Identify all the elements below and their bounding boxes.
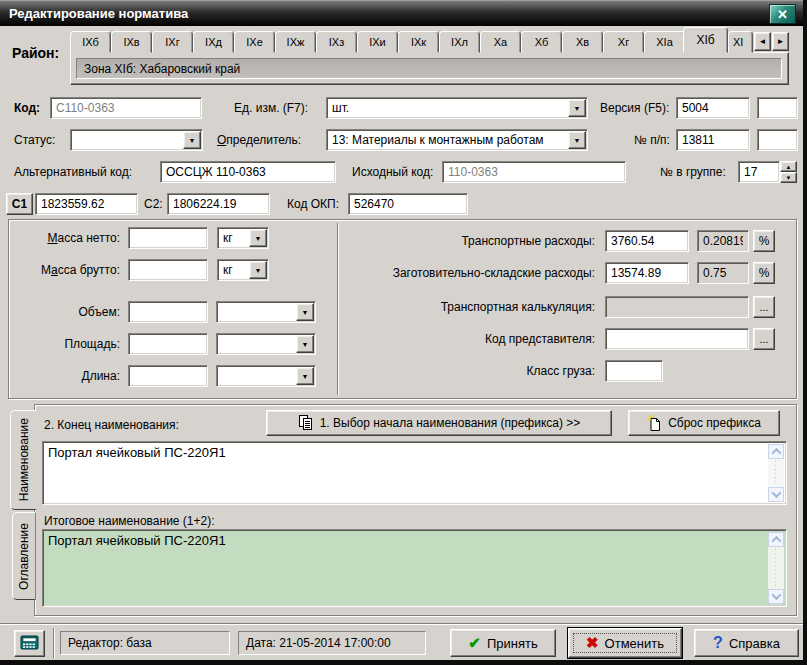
chevron-up-icon: [771, 448, 781, 458]
determiner-combobox[interactable]: 13: Материалы к монтажным работам ▼: [326, 129, 588, 151]
name-end-textarea[interactable]: Портал ячейковый ПС-220Я1: [42, 441, 787, 505]
source-code-field[interactable]: [442, 161, 626, 183]
district-tab[interactable]: IXб: [70, 31, 111, 53]
district-tab[interactable]: IXд: [193, 31, 234, 53]
mass-gross-unit-combobox[interactable]: кг ▼: [217, 259, 269, 281]
okp-label: Код ОКП:: [287, 197, 339, 211]
okp-field[interactable]: [348, 193, 468, 215]
mass-net-unit-dropdown-button[interactable]: ▼: [249, 229, 267, 247]
alt-code-field[interactable]: [160, 161, 336, 183]
status-dropdown-button[interactable]: ▼: [183, 131, 201, 149]
mass-net-field[interactable]: [128, 227, 208, 249]
scrollbar-track: [775, 549, 776, 587]
area-field[interactable]: [128, 333, 208, 355]
total-name-textarea[interactable]: Портал ячейковый ПС-220Я1: [42, 529, 787, 607]
scroll-up-button[interactable]: [768, 532, 784, 547]
c1-field[interactable]: [35, 193, 138, 215]
district-tab[interactable]: Xб: [521, 31, 562, 53]
calc-label: Транспортная калькуляция:: [340, 300, 595, 314]
chevron-down-icon: ▼: [255, 235, 262, 242]
transport-percent-button[interactable]: %: [753, 230, 775, 252]
scrollbar[interactable]: [768, 444, 784, 502]
cancel-button[interactable]: ✖ Отменить: [568, 628, 682, 658]
determiner-dropdown-button[interactable]: ▼: [568, 131, 586, 149]
mass-net-label: Масса нетто:: [14, 231, 120, 245]
c2-field[interactable]: [167, 193, 270, 215]
warehouse-percent-button[interactable]: %: [753, 262, 775, 284]
help-button[interactable]: ? Справка: [694, 629, 799, 657]
tab-scroll-right-button[interactable]: ►: [772, 32, 789, 51]
volume-unit-dropdown-button[interactable]: ▼: [296, 303, 314, 321]
district-tab[interactable]: IXг: [152, 31, 193, 53]
version-field[interactable]: [676, 97, 750, 119]
calculator-icon: [20, 635, 40, 653]
accept-button[interactable]: ✔ Принять: [450, 629, 556, 657]
district-tab[interactable]: XIа: [644, 31, 685, 53]
district-tab[interactable]: Xа: [480, 31, 521, 53]
cargo-class-field[interactable]: [605, 360, 663, 382]
district-tab[interactable]: IXк: [398, 31, 439, 53]
transport-field[interactable]: [605, 230, 689, 252]
spin-down-icon: ▼: [786, 175, 792, 181]
unit-dropdown-button[interactable]: ▼: [568, 99, 586, 117]
district-tab[interactable]: IXе: [234, 31, 275, 53]
total-name-label: Итоговое наименование (1+2):: [44, 514, 215, 528]
district-tab-selected[interactable]: XIб: [683, 27, 728, 53]
warehouse-field[interactable]: [605, 262, 689, 284]
group-num-field[interactable]: [738, 161, 780, 183]
length-field[interactable]: [128, 365, 208, 387]
scroll-down-button[interactable]: [768, 589, 784, 604]
scrollbar[interactable]: [768, 532, 784, 604]
chevron-down-icon: ▼: [302, 373, 309, 380]
cargo-class-label: Класс груза:: [340, 364, 595, 378]
volume-field[interactable]: [128, 301, 208, 323]
group-num-spin-up-button[interactable]: ▲: [780, 161, 797, 172]
prefix-reset-button[interactable]: Сброс префикса: [628, 410, 780, 436]
district-tab[interactable]: IXж: [275, 31, 316, 53]
length-unit-combobox[interactable]: ▼: [216, 365, 316, 387]
length-unit-dropdown-button[interactable]: ▼: [296, 367, 314, 385]
version-extra-field[interactable]: [757, 97, 798, 119]
npp-field[interactable]: [676, 129, 750, 151]
district-tab[interactable]: IXв: [111, 31, 152, 53]
code-field[interactable]: [50, 97, 202, 119]
scrollbar-track: [775, 461, 776, 485]
tab-contents[interactable]: Оглавление: [12, 512, 36, 600]
npp-label: № п/п:: [634, 133, 670, 147]
chevron-down-icon: ▼: [574, 105, 581, 112]
district-tab[interactable]: IXи: [357, 31, 398, 53]
group-num-spin-down-button[interactable]: ▼: [780, 172, 797, 183]
volume-unit-combobox[interactable]: ▼: [216, 301, 316, 323]
district-tab[interactable]: IXз: [316, 31, 357, 53]
chevron-down-icon: [771, 590, 781, 600]
mass-net-unit-combobox[interactable]: кг ▼: [217, 227, 269, 249]
area-unit-dropdown-button[interactable]: ▼: [296, 335, 314, 353]
calculator-button[interactable]: [14, 630, 45, 657]
dialog-edit-norm: Редактирование норматива ✕ Район: IXб IX…: [0, 0, 807, 665]
representative-browse-button[interactable]: ...: [753, 328, 775, 350]
chevron-up-icon: [771, 536, 781, 546]
prefix-select-button[interactable]: 1. Выбор начала наименования (префикса) …: [266, 410, 612, 436]
spin-up-icon: ▲: [786, 164, 792, 170]
scroll-up-button[interactable]: [768, 444, 784, 459]
close-button[interactable]: ✕: [769, 4, 796, 24]
mass-gross-field[interactable]: [128, 259, 208, 281]
district-label: Район:: [12, 45, 59, 61]
representative-field[interactable]: [605, 328, 749, 350]
npp-extra-field[interactable]: [757, 129, 798, 151]
unit-label: Ед. изм. (F7):: [234, 101, 308, 115]
district-tab[interactable]: IXл: [439, 31, 480, 53]
district-tab[interactable]: XI: [728, 31, 753, 53]
unit-value: шт.: [332, 101, 567, 115]
scroll-down-button[interactable]: [768, 487, 784, 502]
tab-scroll-left-button[interactable]: ◄: [754, 32, 771, 51]
mass-gross-unit-dropdown-button[interactable]: ▼: [249, 261, 267, 279]
unit-combobox[interactable]: шт. ▼: [326, 97, 588, 119]
district-tab[interactable]: Xг: [603, 31, 644, 53]
tab-naming[interactable]: Наименование: [10, 410, 37, 510]
calc-browse-button[interactable]: ...: [753, 296, 775, 318]
area-unit-combobox[interactable]: ▼: [216, 333, 316, 355]
district-tab[interactable]: Xв: [562, 31, 603, 53]
c1-button[interactable]: C1: [6, 193, 33, 215]
status-combobox[interactable]: ▼: [70, 129, 203, 151]
